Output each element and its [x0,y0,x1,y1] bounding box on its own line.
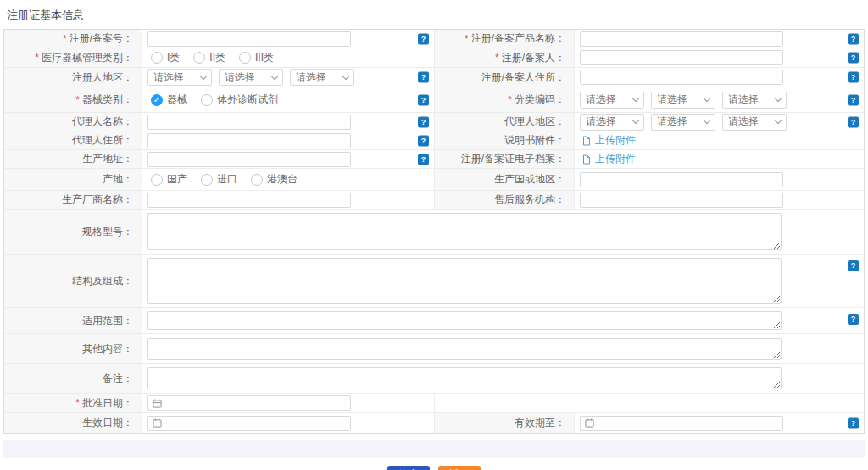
help-icon[interactable]: ? [848,314,859,325]
label-text: 批准日期： [82,396,133,411]
label-text: 代理人住所： [72,133,133,148]
class-code-select-3[interactable]: 请选择 [722,92,787,109]
class-code-select-2[interactable]: 请选择 [651,92,715,109]
form-row-effective-date: 生效日期： 有效期至： ? [4,413,864,433]
radio-icon [151,52,163,64]
help-icon[interactable]: ? [418,116,429,127]
mgmt-class-field: I类 II类 III类 [142,48,434,67]
other-content-textarea[interactable] [147,338,782,360]
help-icon[interactable]: ? [848,260,859,271]
label-text: 分类编码： [515,92,565,107]
form-row-agent-address: 代理人住所： ? 说明书附件： 上传附件 [4,131,864,150]
help-icon[interactable]: ? [418,94,429,105]
help-icon[interactable]: ? [418,72,429,83]
valid-until-label: 有效期至： [434,413,575,433]
spec-model-textarea[interactable] [147,213,782,250]
help-icon[interactable]: ? [418,33,429,44]
radio-label: 体外诊断试剂 [217,92,278,107]
class-code-select-1[interactable]: 请选择 [580,92,644,109]
chevron-down-icon [632,117,639,124]
submit-button[interactable]: 提交 [387,466,430,470]
registrant-region-select-1[interactable]: 请选择 [147,69,212,86]
valid-until-input[interactable] [580,416,783,431]
select-value: 请选择 [296,70,326,85]
label-text: 备注： [103,372,133,386]
help-icon[interactable]: ? [848,94,859,105]
radio-icon [201,174,213,186]
device-category-radio-group: 器械 体外诊断试剂 [151,92,278,107]
help-icon[interactable]: ? [848,116,859,127]
structure-textarea[interactable] [147,258,782,304]
radio-icon [251,174,263,186]
production-address-input[interactable] [147,152,351,167]
device-category-radio-2[interactable]: 体外诊断试剂 [201,92,278,107]
required-marker: * [75,397,80,409]
after-sales-label: 售后服务机构： [434,191,575,209]
approval-date-field [142,394,434,412]
agent-region-select-2[interactable]: 请选择 [651,114,715,131]
manual-upload-link[interactable]: 上传附件 [581,133,636,148]
registrant-address-input[interactable] [580,70,783,85]
reg-no-input[interactable] [147,31,351,47]
help-icon[interactable]: ? [418,135,429,146]
production-country-input[interactable] [580,172,783,187]
help-icon[interactable]: ? [418,154,429,165]
registrant-region-select-2[interactable]: 请选择 [219,69,283,86]
mgmt-class-radio-1[interactable]: I类 [151,51,180,65]
origin-radio-3[interactable]: 港澳台 [251,172,298,187]
device-category-radio-1[interactable]: 器械 [151,92,187,107]
agent-region-field: 请选择 请选择 请选择 ? [575,113,864,131]
origin-radio-1[interactable]: 国产 [151,172,187,187]
spec-model-label: 规格型号： [4,210,142,254]
help-icon[interactable]: ? [848,53,859,64]
back-button[interactable]: 返回 [438,466,481,470]
after-sales-input[interactable] [580,193,783,208]
agent-region-select-1[interactable]: 请选择 [580,114,644,131]
registrant-region-select-3[interactable]: 请选择 [290,69,354,86]
radio-label: 器械 [167,92,187,107]
production-country-label: 生产国或地区： [434,169,575,190]
calendar-icon [153,418,162,428]
label-text: 说明书附件： [504,133,565,148]
radio-label: 国产 [167,172,187,187]
form-row-manufacturer: 生产厂商名称： 售后服务机构： [4,191,864,210]
effective-date-input[interactable] [147,416,351,431]
origin-radio-2[interactable]: 进口 [201,172,237,187]
registrant-field: ? [575,48,864,67]
registrant-region-label: 注册人地区： [4,68,142,87]
manufacturer-name-input[interactable] [147,193,351,208]
label-text: 注册/备案证电子档案： [461,152,565,166]
product-name-label: *注册/备案产品名称： [434,30,575,48]
agent-region-select-3[interactable]: 请选择 [722,114,787,131]
scope-field: ? [142,308,864,333]
radio-icon [151,174,163,186]
origin-label: 产地： [4,169,142,190]
agent-name-label: 代理人名称： [4,113,142,131]
agent-name-input[interactable] [147,115,351,130]
help-icon[interactable]: ? [848,417,859,428]
required-marker: * [465,33,469,45]
registrant-address-field: ? [575,68,864,87]
label-text: 注册/备案人住所： [481,70,565,85]
mgmt-class-radio-2[interactable]: II类 [193,51,225,65]
approval-date-input[interactable] [147,395,351,411]
product-name-input[interactable] [580,31,783,47]
required-marker: * [508,94,512,106]
registrant-input[interactable] [580,50,783,65]
effective-date-field [142,413,434,433]
label-text: 生产国或地区： [494,172,565,187]
help-icon[interactable]: ? [848,72,859,83]
scope-textarea[interactable] [147,311,782,330]
chevron-down-icon [271,72,278,79]
mgmt-class-radio-3[interactable]: III类 [239,51,274,65]
manufacturer-name-field [142,191,434,209]
help-icon[interactable]: ? [848,33,859,44]
cert-archive-upload-link[interactable]: 上传附件 [581,152,636,166]
approval-date-label: *批准日期： [4,394,142,412]
remarks-textarea[interactable] [147,367,782,389]
reg-no-label: *注册/备案号： [4,30,142,48]
select-value: 请选择 [728,92,759,107]
agent-address-field: ? [142,131,434,149]
agent-address-input[interactable] [147,133,351,148]
select-value: 请选择 [586,115,616,129]
